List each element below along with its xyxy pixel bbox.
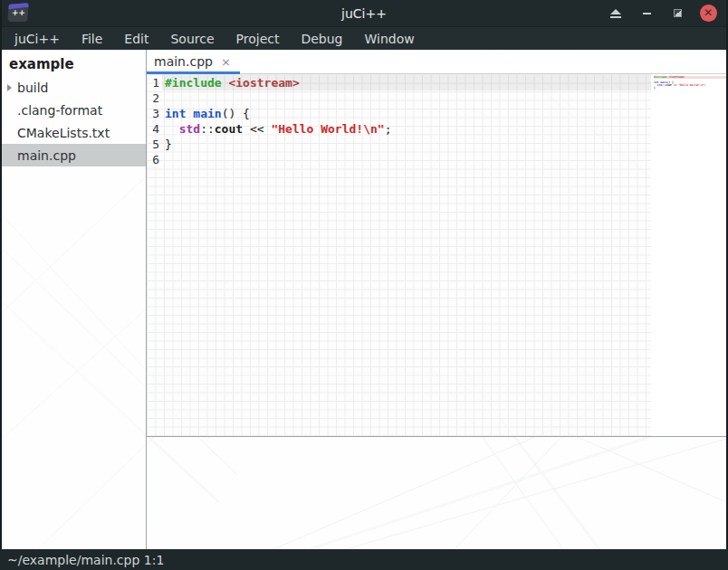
menu-debug[interactable]: Debug — [290, 27, 353, 51]
line-number: 4 — [147, 121, 162, 137]
shade-icon — [610, 9, 621, 18]
title-bar: ++ juCi++ ✕ — [2, 0, 726, 26]
main-column: main.cpp × 123456 #include <iostream>int… — [147, 50, 726, 549]
minimize-icon — [643, 13, 651, 14]
menu-project[interactable]: Project — [225, 27, 291, 51]
tree-item-cmakelists[interactable]: CMakeLists.txt — [2, 121, 146, 144]
line-number-gutter: 123456 — [147, 74, 162, 436]
tree-item-main-cpp[interactable]: main.cpp — [2, 144, 146, 166]
minimap-line — [654, 90, 726, 92]
line-number: 3 — [147, 106, 162, 121]
status-file-position: ~/example/main.cpp 1:1 — [7, 553, 164, 567]
tab-bar: main.cpp × — [147, 50, 726, 74]
juci-window: ++ juCi++ ✕ juCi++ File Edit Source Proj — [0, 0, 728, 570]
menu-source[interactable]: Source — [159, 27, 225, 51]
line-number: 2 — [147, 90, 162, 106]
tree-item-label: CMakeLists.txt — [2, 126, 110, 140]
tab-close-icon[interactable]: × — [221, 55, 231, 69]
tree-item-build[interactable]: build — [2, 76, 146, 99]
code-editor[interactable]: 123456 #include <iostream>int main() { s… — [147, 74, 726, 436]
tree-item-label: main.cpp — [2, 148, 76, 163]
code-line: int main() { — [162, 106, 651, 121]
file-tree-panel: example build .clang-format CMakeLists.t… — [2, 50, 147, 549]
tree-item-label: build — [17, 81, 48, 95]
tree-root-label: example — [2, 50, 146, 76]
menu-window[interactable]: Window — [354, 27, 426, 51]
minimize-button[interactable] — [636, 3, 657, 24]
tab-label: main.cpp — [154, 54, 213, 69]
close-button[interactable]: ✕ — [697, 3, 719, 24]
expander-icon[interactable] — [2, 84, 17, 91]
menu-file[interactable]: File — [71, 27, 113, 51]
menu-juci[interactable]: juCi++ — [4, 27, 71, 51]
close-icon: ✕ — [700, 5, 717, 22]
code-line — [162, 152, 651, 167]
line-number: 1 — [147, 75, 162, 90]
code-line — [162, 90, 651, 106]
line-number: 5 — [147, 137, 162, 152]
menu-edit[interactable]: Edit — [113, 27, 159, 51]
menu-bar: juCi++ File Edit Source Project Debug Wi… — [2, 26, 726, 50]
status-bar: ~/example/main.cpp 1:1 — [0, 549, 728, 570]
window-controls: ✕ — [605, 0, 719, 26]
restore-icon — [674, 9, 682, 17]
code-line: #include <iostream> — [162, 75, 651, 90]
restore-button[interactable] — [666, 3, 688, 24]
shade-button[interactable] — [605, 3, 627, 24]
tab-main-cpp[interactable]: main.cpp × — [147, 50, 240, 73]
tree-item-clang-format[interactable]: .clang-format — [2, 99, 146, 121]
tree-item-label: .clang-format — [2, 103, 102, 118]
code-line: } — [162, 137, 651, 152]
line-number: 6 — [147, 152, 162, 167]
content-area: example build .clang-format CMakeLists.t… — [2, 50, 726, 549]
source-minimap[interactable]: #include <iostream>int main() { std::cou… — [651, 74, 726, 436]
code-lines[interactable]: #include <iostream>int main() { std::cou… — [162, 74, 651, 436]
terminal-panel[interactable] — [147, 437, 726, 549]
code-line: std::cout << "Hello World!\n"; — [162, 121, 651, 137]
